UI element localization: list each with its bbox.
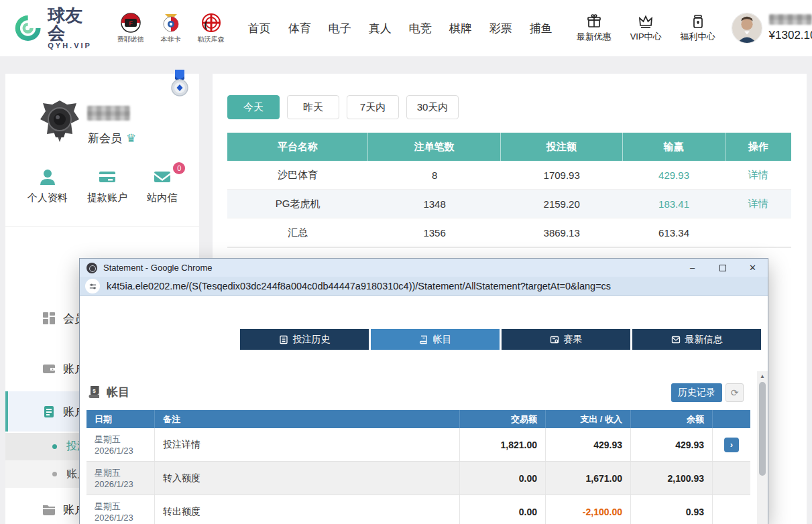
avatar-image <box>732 13 762 43</box>
bet-history-icon <box>279 335 288 344</box>
vip-center-link[interactable]: VIP中心 <box>630 13 662 43</box>
filter-30days-button[interactable]: 30天内 <box>406 95 459 119</box>
filter-yesterday-button[interactable]: 昨天 <box>287 95 339 119</box>
col-amount: 交易额 <box>460 410 546 428</box>
statement-page: 投注历史 帐目 赛果 <box>80 296 768 524</box>
nav-slots[interactable]: 电子 <box>329 21 351 36</box>
address-bar[interactable]: k4t5ia.ele0202.me/(S(Tesqedix03dc244f8a0… <box>80 277 768 296</box>
benfica-crest-icon <box>161 12 181 34</box>
statement-row: 星期五 2026/1/23 转入额度 0.00 1,671.00 2,100.9… <box>86 462 750 495</box>
maximize-icon <box>719 265 726 271</box>
tab-latest-news[interactable]: 最新信息 <box>632 329 761 350</box>
section-title: 帐目 <box>107 385 129 400</box>
leverkusen-crest-icon <box>201 12 221 34</box>
feyenoord-crest-icon: F <box>121 12 141 34</box>
sponsor-feyenoord: F 费耶诺德 <box>115 12 146 44</box>
user-avatar[interactable] <box>732 13 762 44</box>
popup-scrollbar[interactable]: ▲ <box>757 371 768 524</box>
tab-results[interactable]: 赛果 <box>502 329 630 350</box>
statement-tabs: 投注历史 帐目 赛果 <box>240 329 761 350</box>
filter-7days-button[interactable]: 7天内 <box>347 95 399 119</box>
site-logo[interactable]: 球友会 QYH.VIP <box>13 7 95 50</box>
user-balance: ¥1302.10 <box>769 29 812 42</box>
col-action <box>713 410 750 428</box>
nav-home[interactable]: 首页 <box>248 21 271 36</box>
col-balance: 余额 <box>631 410 713 428</box>
table-header-row: 平台名称 注单笔数 投注额 输赢 操作 <box>227 133 791 161</box>
medal-badge-icon <box>168 70 191 101</box>
close-button[interactable]: ✕ <box>738 259 768 277</box>
mail-icon <box>153 168 172 186</box>
table-row: 沙巴体育 8 1709.93 429.93 详情 <box>227 161 791 190</box>
window-title: Statement - Google Chrome <box>103 263 677 273</box>
window-titlebar[interactable]: Statement - Google Chrome – ✕ <box>80 259 768 277</box>
main-nav: 首页 体育 电子 真人 电竞 棋牌 彩票 捕鱼 <box>248 21 553 36</box>
minimize-button[interactable]: – <box>677 259 707 277</box>
nav-live[interactable]: 真人 <box>369 21 392 36</box>
scroll-up-icon[interactable]: ▲ <box>757 371 768 381</box>
profile-link[interactable]: 个人资料 <box>27 168 68 204</box>
folder-icon <box>42 502 56 517</box>
welfare-center-link[interactable]: 福利中心 <box>681 13 715 43</box>
statement-header-row: 日期 备注 交易额 支出 / 收入 余额 <box>86 410 750 428</box>
statement-popup-window: Statement - Google Chrome – ✕ k4t5ia.ele… <box>79 258 768 524</box>
scrollbar-thumb[interactable] <box>759 382 766 476</box>
dashboard-icon <box>42 311 56 326</box>
detail-link[interactable]: 详情 <box>726 161 791 189</box>
col-date: 日期 <box>86 410 155 428</box>
tab-bet-history[interactable]: 投注历史 <box>240 329 369 350</box>
statement-row: 星期五 2026/1/23 转出额度 0.00 -2,100.00 0.93 <box>86 495 750 524</box>
person-icon <box>38 168 57 186</box>
withdrawal-account-link[interactable]: 提款账户 <box>87 168 127 204</box>
gift-icon <box>586 13 602 29</box>
user-area[interactable]: ¥1302.10 <box>732 13 812 44</box>
svg-text:$: $ <box>93 387 96 393</box>
masked-username <box>769 14 812 25</box>
jar-icon <box>690 13 706 29</box>
platform-summary-table: 平台名称 注单笔数 投注额 输赢 操作 沙巴体育 8 1709.93 429.9… <box>227 133 791 248</box>
nav-fishing[interactable]: 捕鱼 <box>530 21 553 36</box>
col-winloss: 输赢 <box>623 133 726 161</box>
refresh-button[interactable]: ⟳ <box>726 383 744 402</box>
sponsor-leverkusen: 勒沃库森 <box>196 12 227 44</box>
crown-icon <box>638 13 654 29</box>
sponsor-benfica: 本菲卡 <box>156 12 186 44</box>
promo-link[interactable]: 最新优惠 <box>577 13 612 43</box>
mail-icon <box>671 335 681 344</box>
maximize-button[interactable] <box>707 259 738 277</box>
results-icon <box>550 335 559 344</box>
statement-row: 星期五 2026/1/23 投注详情 1,821.00 429.93 429.9… <box>86 428 750 462</box>
sidebar-divider <box>5 226 199 227</box>
nav-esports[interactable]: 电竞 <box>409 21 432 36</box>
unread-count-badge: 0 <box>173 162 185 174</box>
profile-emblem-avatar[interactable] <box>38 99 82 147</box>
date-filter-group: 今天 昨天 7天内 30天内 <box>227 95 459 119</box>
nav-sports[interactable]: 体育 <box>288 21 311 36</box>
top-header: 球友会 QYH.VIP F 费耶诺德 <box>0 0 812 56</box>
nav-lottery[interactable]: 彩票 <box>489 21 512 36</box>
row-detail-arrow-button[interactable]: › <box>724 438 739 452</box>
site-subtitle: QYH.VIP <box>48 42 95 50</box>
masked-username <box>87 106 130 121</box>
ledger-icon <box>419 335 428 344</box>
site-settings-icon[interactable] <box>85 279 100 293</box>
nav-chess[interactable]: 棋牌 <box>449 21 472 36</box>
filter-today-button[interactable]: 今天 <box>227 95 280 119</box>
ledger-book-icon: $ <box>88 385 101 400</box>
detail-link[interactable]: 详情 <box>726 190 791 218</box>
bank-card-icon <box>98 168 117 186</box>
inbox-link[interactable]: 0 站内信 <box>147 168 177 204</box>
history-button[interactable]: 历史记录 <box>671 383 722 402</box>
statement-scroll-area: $ 帐目 历史记录 ⟳ 日期 备注 交易额 支出 / 收入 余额 <box>80 371 758 524</box>
tab-statement[interactable]: 帐目 <box>371 329 500 350</box>
sponsor-logos: F 费耶诺德 本菲卡 <box>115 12 227 44</box>
table-row: PG老虎机 1348 2159.20 183.41 详情 <box>227 190 791 218</box>
member-level-label: 新会员 <box>88 131 122 146</box>
wallet-icon <box>42 361 56 376</box>
svg-text:F: F <box>129 20 133 27</box>
url-text[interactable]: k4t5ia.ele0202.me/(S(Tesqedix03dc244f8a0… <box>107 281 611 291</box>
site-logo-icon <box>13 12 42 44</box>
page-root: 球友会 QYH.VIP F 费耶诺德 <box>0 0 812 524</box>
statement-table: 日期 备注 交易额 支出 / 收入 余额 星期五 2026/1/23 <box>86 410 750 524</box>
col-action: 操作 <box>726 133 791 161</box>
